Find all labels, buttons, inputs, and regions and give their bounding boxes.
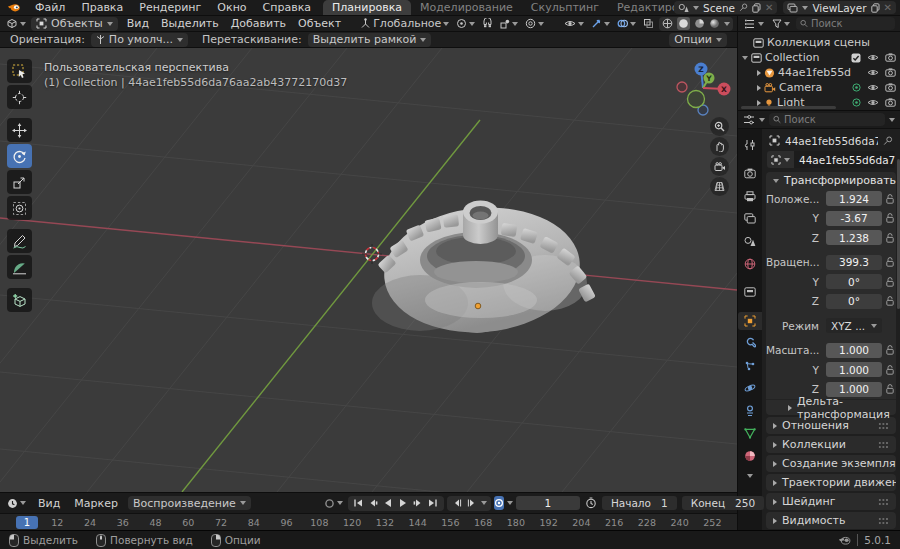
viewport-menu-item[interactable]: Вид — [121, 17, 155, 30]
auto-keying-button[interactable] — [322, 496, 345, 510]
panel-drag-handle[interactable] — [878, 517, 889, 525]
lock-icon[interactable] — [882, 257, 898, 267]
tab-render[interactable] — [738, 165, 762, 183]
wireframe-shading-icon[interactable] — [662, 18, 673, 29]
perspective-toggle-button[interactable] — [710, 177, 729, 196]
outliner-search-input[interactable] — [811, 18, 891, 29]
outliner-filter-dropdown[interactable] — [770, 17, 792, 31]
transform-value-field[interactable]: 0° — [826, 274, 882, 289]
viewport-menu-item[interactable]: Добавить — [225, 17, 292, 30]
topbar-menu-item[interactable]: Файл — [27, 0, 73, 15]
lock-icon[interactable] — [882, 296, 898, 306]
current-frame-field[interactable]: 1 — [516, 496, 580, 510]
proportional-editing-toggle[interactable] — [523, 17, 546, 31]
tab-collection[interactable] — [738, 283, 762, 301]
tabs-overflow-chevron[interactable] — [747, 474, 753, 478]
panel-drag-handle[interactable] — [878, 498, 889, 506]
lock-icon[interactable] — [882, 233, 898, 243]
snap-toggle[interactable] — [480, 17, 495, 31]
camera-expand-icon[interactable] — [757, 85, 761, 91]
tab-constraints[interactable] — [738, 402, 762, 420]
select-box-tool[interactable] — [7, 59, 32, 83]
add-cube-tool[interactable] — [7, 288, 32, 312]
properties-editor-dropdown[interactable] — [759, 118, 765, 122]
prev-keyframe-button[interactable] — [367, 497, 380, 510]
viewlayer-selector[interactable]: ViewLayer ✕ — [783, 1, 896, 14]
properties-editor-icon[interactable] — [743, 115, 755, 125]
transform-value-field[interactable]: 1.000 — [826, 362, 882, 377]
blender-logo-icon[interactable] — [0, 0, 27, 15]
lock-icon[interactable] — [882, 345, 898, 355]
use-preview-range-icon[interactable] — [585, 497, 597, 509]
tab-object-data[interactable] — [738, 424, 762, 442]
collapsed-panel[interactable]: Коллекции — [766, 436, 896, 453]
workspace-tab[interactable]: Скульптинг — [522, 0, 608, 15]
step-options-dropdown[interactable] — [481, 501, 487, 505]
outliner-row-object[interactable]: 44ae1feb55d — [738, 65, 900, 80]
play-reverse-button[interactable] — [382, 497, 395, 510]
render-camera-icon[interactable] — [885, 98, 896, 107]
tab-output[interactable] — [738, 187, 762, 205]
rotate-tool[interactable] — [7, 144, 32, 168]
transform-value-field[interactable]: -3.67 — [826, 211, 882, 226]
step-back-button[interactable] — [451, 497, 464, 510]
tab-view-layer[interactable] — [738, 210, 762, 228]
camera-view-button[interactable] — [710, 157, 729, 176]
xray-toggle[interactable] — [641, 17, 656, 31]
scale-tool[interactable] — [7, 170, 32, 194]
tab-particles[interactable] — [738, 357, 762, 375]
tab-world[interactable] — [738, 255, 762, 273]
light-expand-icon[interactable] — [757, 100, 761, 106]
tab-scene[interactable] — [738, 232, 762, 250]
hide-eye-icon[interactable] — [867, 68, 879, 77]
orientation-setting-dropdown[interactable]: По умолч... — [91, 33, 188, 47]
hide-eye-icon[interactable] — [867, 53, 879, 62]
cursor-tool[interactable] — [7, 85, 32, 109]
panel-drag-handle[interactable] — [878, 441, 889, 449]
material-shading-icon[interactable] — [694, 18, 705, 29]
overlays-dropdown[interactable] — [615, 17, 638, 31]
viewport-3d[interactable]: Z Y X Пользовательская перспектива (1) C… — [0, 48, 737, 492]
shading-dropdown[interactable] — [724, 22, 730, 26]
lock-icon[interactable] — [882, 194, 898, 204]
collection-checkbox[interactable] — [851, 53, 861, 63]
frame-end-field[interactable]: Конец 250 — [682, 496, 764, 510]
hide-eye-icon[interactable] — [867, 83, 879, 92]
render-camera-icon[interactable] — [885, 68, 896, 77]
outliner-row-scene-collection[interactable]: Коллекция сцены — [738, 35, 900, 50]
drag-setting-dropdown[interactable]: Выделить рамкой — [308, 33, 432, 47]
object-expand-icon[interactable] — [757, 70, 761, 76]
zoom-view-button[interactable] — [710, 117, 729, 136]
mode-dropdown[interactable]: Объекты — [31, 17, 118, 31]
measure-tool[interactable] — [7, 255, 32, 279]
transform-orientation-dropdown[interactable]: Глобальное — [358, 17, 451, 31]
transform-value-field[interactable]: XYZ ... — [826, 318, 882, 333]
move-tool[interactable] — [7, 118, 32, 142]
playback-dropdown[interactable]: Воспроизведение — [128, 496, 251, 510]
lock-icon[interactable] — [882, 213, 898, 223]
frame-start-field[interactable]: Начало 1 — [602, 496, 677, 510]
workspace-tab[interactable]: Планировка — [323, 0, 411, 15]
snap-settings-dropdown[interactable] — [498, 17, 520, 31]
workspace-tab[interactable]: Редактирование UV — [608, 0, 674, 15]
collapsed-panel[interactable]: Видимость — [766, 512, 896, 529]
delta-transform-panel[interactable]: Дельта-трансформация — [766, 399, 896, 415]
timeline-editor-button[interactable] — [5, 496, 28, 510]
outliner-row-collection[interactable]: Collection — [738, 50, 900, 65]
timeline-menu-item[interactable]: Вид — [31, 497, 67, 510]
sync-dropdown[interactable] — [507, 501, 513, 505]
transform-value-field[interactable]: 1.238 — [826, 230, 882, 245]
collapsed-panel[interactable]: Шейдинг — [766, 493, 896, 510]
transform-panel-header[interactable]: Трансформировать — [766, 172, 896, 189]
topbar-menu-item[interactable]: Рендеринг — [131, 0, 209, 15]
object-name-field[interactable]: 44ae1feb55d6da76aa2... — [794, 151, 895, 168]
editor-type-button[interactable] — [4, 17, 28, 31]
id-type-chip[interactable] — [767, 151, 794, 168]
topbar-menu-item[interactable]: Окно — [209, 0, 254, 15]
topbar-menu-item[interactable]: Справка — [255, 0, 319, 15]
current-frame-badge[interactable]: 1 — [16, 516, 38, 529]
lock-icon[interactable] — [882, 365, 898, 375]
next-keyframe-button[interactable] — [412, 497, 425, 510]
play-button[interactable] — [397, 497, 410, 510]
outliner-scrollbar[interactable] — [741, 106, 836, 109]
